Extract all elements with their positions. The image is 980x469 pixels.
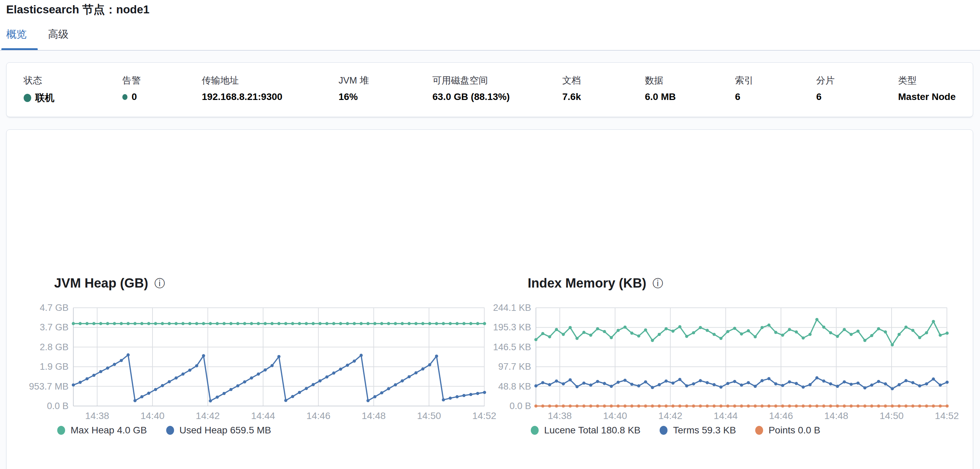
status-metric-label: JVM 堆: [339, 74, 433, 87]
status-metric-label: 分片: [816, 74, 898, 87]
chart-series-line: [73, 355, 485, 401]
status-metric-label: 索引: [735, 74, 816, 87]
status-metric-label: 文档: [562, 74, 645, 87]
status-metric-value: 0: [123, 91, 202, 102]
charts-panel: JVM Heap (GB) ⓘ 4.7 GB3.7 GB2.8 GB1.9 GB…: [6, 129, 973, 469]
status-metric-value: 16%: [339, 91, 433, 102]
x-axis-tick-label: 14:42: [196, 410, 220, 421]
index-memory-chart: 244.1 KB195.3 KB146.5 KB97.7 KB48.8 KB0.…: [500, 301, 974, 428]
status-metric-label: 告警: [123, 74, 202, 87]
legend-item[interactable]: Points 0.0 B: [755, 425, 820, 436]
y-axis-tick-label: 3.7 GB: [40, 322, 68, 333]
x-axis-tick-label: 14:38: [548, 410, 572, 421]
legend-label: Terms 59.3 KB: [673, 425, 736, 436]
legend-item[interactable]: Used Heap 659.5 MB: [166, 425, 271, 436]
status-metric-label: 可用磁盘空间: [433, 74, 562, 87]
x-axis-tick-label: 14:48: [362, 410, 386, 421]
status-metric-value: 联机: [24, 91, 123, 105]
info-icon[interactable]: ⓘ: [652, 278, 663, 288]
tab-overview[interactable]: 概览: [6, 27, 27, 41]
x-axis-tick-label: 14:42: [658, 410, 682, 421]
y-axis-tick-label: 0.0 B: [509, 401, 531, 411]
x-axis-tick-label: 14:52: [935, 410, 959, 421]
status-metric-label: 类型: [898, 74, 974, 87]
status-metric-value: 63.0 GB (88.13%): [433, 91, 562, 102]
legend-dot-icon: [531, 426, 539, 435]
status-metric: 状态联机: [24, 74, 123, 105]
top-header-bar: Elasticsearch 节点：node1 概览 高级: [0, 0, 980, 50]
chart-title-index-memory: Index Memory (KB) ⓘ: [528, 276, 663, 291]
x-axis-tick-label: 14:48: [824, 410, 848, 421]
tab-advanced[interactable]: 高级: [48, 27, 68, 41]
legend-dot-icon: [755, 426, 763, 435]
status-metric: 类型Master Node: [898, 74, 974, 102]
y-axis-tick-label: 146.5 KB: [493, 342, 531, 352]
node-status-summary-panel: 状态联机告警0传输地址192.168.8.21:9300JVM 堆16%可用磁盘…: [6, 62, 973, 117]
chart-title-text: JVM Heap (GB): [54, 276, 148, 291]
y-axis-tick-label: 97.7 KB: [498, 361, 531, 372]
y-axis-tick-label: 0.0 B: [47, 401, 68, 411]
status-metric: 索引6: [735, 74, 816, 102]
x-axis-tick-label: 14:44: [251, 410, 275, 421]
x-axis-tick-label: 14:40: [140, 410, 164, 421]
x-axis-tick-label: 14:50: [417, 410, 441, 421]
y-axis-tick-label: 1.9 GB: [40, 361, 68, 372]
y-axis-tick-label: 953.7 MB: [29, 381, 68, 391]
legend-item[interactable]: Lucene Total 180.8 KB: [531, 425, 640, 436]
jvm-heap-legend: Max Heap 4.0 GBUsed Heap 659.5 MB: [57, 425, 271, 436]
status-metric-label: 状态: [24, 74, 123, 87]
jvm-heap-chart: 4.7 GB3.7 GB2.8 GB1.9 GB953.7 MB0.0 B14:…: [26, 301, 500, 428]
status-metric-value-text: 0: [132, 91, 137, 102]
status-metric-value-text: 6.0 MB: [645, 91, 676, 102]
legend-dot-icon: [57, 426, 65, 435]
y-axis-tick-label: 4.7 GB: [40, 303, 68, 313]
status-metric-value-text: 192.168.8.21:9300: [202, 91, 282, 102]
status-metric-value-text: Master Node: [898, 91, 956, 102]
status-metric-value: Master Node: [898, 91, 974, 102]
status-metric-value-text: 63.0 GB (88.13%): [433, 91, 510, 102]
legend-label: Used Heap 659.5 MB: [180, 425, 271, 436]
chart-title-text: Index Memory (KB): [528, 276, 646, 291]
y-axis-tick-label: 2.8 GB: [40, 342, 68, 352]
y-axis-tick-label: 244.1 KB: [493, 303, 531, 313]
status-metric: 告警0: [123, 74, 202, 102]
status-metric-value-text: 16%: [339, 91, 358, 102]
status-metric-value-text: 联机: [35, 91, 54, 105]
x-axis-tick-label: 14:40: [603, 410, 627, 421]
y-axis-tick-label: 48.8 KB: [498, 381, 531, 391]
status-metric-value-text: 6: [816, 91, 822, 102]
index-memory-legend: Lucene Total 180.8 KBTerms 59.3 KBPoints…: [531, 425, 820, 436]
legend-item[interactable]: Terms 59.3 KB: [660, 425, 736, 436]
legend-dot-icon: [166, 426, 174, 435]
x-axis-tick-label: 14:44: [714, 410, 738, 421]
legend-label: Points 0.0 B: [768, 425, 820, 436]
status-metric-value: 192.168.8.21:9300: [202, 91, 339, 102]
x-axis-tick-label: 14:52: [472, 410, 496, 421]
legend-item[interactable]: Max Heap 4.0 GB: [57, 425, 147, 436]
info-icon[interactable]: ⓘ: [154, 278, 165, 288]
legend-label: Max Heap 4.0 GB: [71, 425, 147, 436]
status-metric: JVM 堆16%: [339, 74, 433, 102]
status-metric: 传输地址192.168.8.21:9300: [202, 74, 339, 102]
status-metric-value: 6.0 MB: [645, 91, 735, 102]
status-metric-label: 数据: [645, 74, 735, 87]
chart-title-jvm-heap: JVM Heap (GB) ⓘ: [54, 276, 165, 291]
status-metric: 文档7.6k: [562, 74, 645, 102]
status-metric-value-text: 6: [735, 91, 740, 102]
status-metric-value: 7.6k: [562, 91, 645, 102]
status-metric-value: 6: [816, 91, 898, 102]
status-metric-value: 6: [735, 91, 816, 102]
x-axis-tick-label: 14:50: [880, 410, 904, 421]
legend-label: Lucene Total 180.8 KB: [544, 425, 640, 436]
legend-dot-icon: [660, 426, 668, 435]
x-axis-tick-label: 14:46: [306, 410, 330, 421]
status-dot-icon: [24, 94, 31, 102]
x-axis-tick-label: 14:46: [769, 410, 793, 421]
status-metric: 可用磁盘空间63.0 GB (88.13%): [433, 74, 562, 102]
status-metric: 数据6.0 MB: [645, 74, 735, 102]
status-metric-label: 传输地址: [202, 74, 339, 87]
status-dot-icon: [123, 94, 127, 100]
status-metric: 分片6: [816, 74, 898, 102]
status-metric-value-text: 7.6k: [562, 91, 581, 102]
page-title: Elasticsearch 节点：node1: [6, 2, 150, 17]
